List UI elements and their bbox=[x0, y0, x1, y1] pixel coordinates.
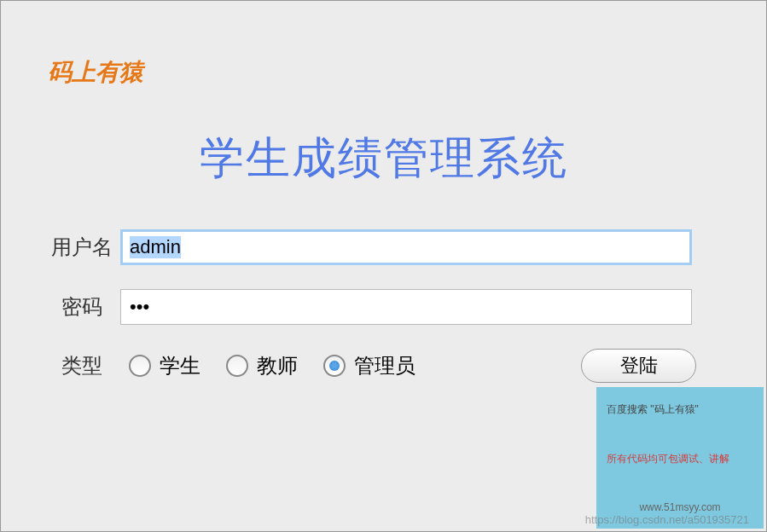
info-line-1: 百度搜索 "码上有猿" bbox=[607, 402, 753, 417]
username-label: 用户名 bbox=[44, 234, 120, 261]
radio-item-admin[interactable]: 管理员 bbox=[323, 352, 415, 379]
type-label: 类型 bbox=[44, 352, 120, 379]
radio-label-student: 学生 bbox=[160, 352, 200, 379]
password-row: 密码 bbox=[44, 289, 692, 325]
watermark-text: https://blog.csdn.net/a501935721 bbox=[585, 513, 749, 526]
radio-label-teacher: 教师 bbox=[257, 352, 298, 379]
password-input[interactable] bbox=[120, 289, 692, 325]
username-row: 用户名 bbox=[44, 229, 692, 265]
radio-circle-icon[interactable] bbox=[323, 355, 346, 377]
radio-item-student[interactable]: 学生 bbox=[129, 352, 200, 379]
brand-logo-text: 码上有猿 bbox=[48, 56, 143, 89]
password-label: 密码 bbox=[44, 293, 120, 321]
radio-item-teacher[interactable]: 教师 bbox=[226, 352, 298, 379]
username-input[interactable] bbox=[120, 229, 692, 265]
radio-circle-icon[interactable] bbox=[129, 355, 151, 377]
type-row: 类型 学生 教师 管理员 bbox=[44, 352, 415, 379]
radio-label-admin: 管理员 bbox=[354, 352, 415, 379]
login-button[interactable]: 登陆 bbox=[581, 349, 696, 383]
page-title: 学生成绩管理系统 bbox=[1, 129, 766, 188]
radio-group: 学生 教师 管理员 bbox=[129, 352, 415, 379]
info-line-2: 所有代码均可包调试、讲解 bbox=[607, 452, 753, 466]
info-line-3: www.51msyy.com bbox=[607, 501, 753, 513]
radio-circle-icon[interactable] bbox=[226, 355, 248, 377]
info-box: 百度搜索 "码上有猿" 所有代码均可包调试、讲解 www.51msyy.com bbox=[596, 387, 764, 529]
